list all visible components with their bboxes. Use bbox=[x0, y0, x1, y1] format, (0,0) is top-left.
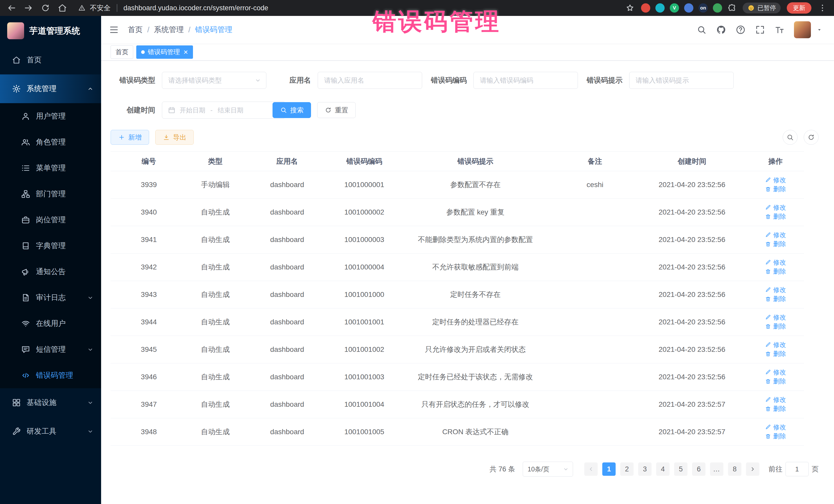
goto-page-input[interactable] bbox=[786, 462, 809, 476]
sidebar-item-dict-management[interactable]: 字典管理 bbox=[0, 233, 101, 259]
security-label[interactable]: 不安全 bbox=[90, 3, 111, 13]
url-text[interactable]: dashboard.yudao.iocoder.cn/system/error-… bbox=[124, 4, 268, 12]
sidebar-item-dev-tools[interactable]: 研发工具 bbox=[0, 417, 101, 446]
error-code-input[interactable] bbox=[474, 72, 578, 89]
sidebar-item-dept-management[interactable]: 部门管理 bbox=[0, 181, 101, 207]
page-button[interactable]: 3 bbox=[638, 462, 652, 476]
sidebar-item-user-management[interactable]: 用户管理 bbox=[0, 103, 101, 129]
view-tab[interactable]: 错误码管理 × bbox=[136, 45, 193, 59]
extension-grid-icon[interactable] bbox=[684, 3, 694, 13]
breadcrumb-item[interactable]: 系统管理 / bbox=[154, 25, 191, 35]
next-page-button[interactable] bbox=[746, 462, 759, 476]
paused-badge[interactable]: 已暂停 bbox=[743, 3, 781, 13]
close-tab-icon[interactable]: × bbox=[183, 48, 188, 56]
cell-code: 1001000002 bbox=[331, 199, 398, 226]
delete-link[interactable]: 删除 bbox=[765, 212, 786, 221]
browser-menu-icon[interactable] bbox=[817, 3, 827, 13]
export-button[interactable]: 导出 bbox=[155, 130, 194, 145]
sidebar-item-infrastructure[interactable]: 基础设施 bbox=[0, 388, 101, 417]
delete-link[interactable]: 删除 bbox=[765, 432, 786, 440]
sidebar-item-audit-log[interactable]: 审计日志 bbox=[0, 285, 101, 310]
cell-message: 只允许修改为开启或者关闭状态 bbox=[398, 336, 553, 364]
cell-create-time: 2021-04-20 23:52:56 bbox=[637, 364, 747, 391]
delete-link[interactable]: 删除 bbox=[765, 404, 786, 413]
cell-code: 1001001000 bbox=[331, 281, 398, 308]
edit-link[interactable]: 修改 bbox=[765, 341, 786, 349]
sidebar-item-sms-management[interactable]: 短信管理 bbox=[0, 336, 101, 363]
sidebar-item-role-management[interactable]: 角色管理 bbox=[0, 129, 101, 155]
extensions-puzzle-icon[interactable] bbox=[727, 3, 737, 13]
sidebar-item-system-management[interactable]: 系统管理 bbox=[0, 74, 101, 103]
prev-page-button[interactable] bbox=[584, 462, 598, 476]
edit-link[interactable]: 修改 bbox=[765, 368, 786, 376]
page-size-select[interactable]: 10条/页 bbox=[523, 462, 573, 477]
extension-vue-devtools-icon[interactable]: V bbox=[670, 3, 679, 13]
delete-link[interactable]: 删除 bbox=[765, 294, 786, 303]
extension-onetab-icon[interactable]: on bbox=[699, 3, 708, 13]
page-button[interactable]: 6 bbox=[692, 462, 705, 476]
book-icon bbox=[21, 241, 30, 250]
refresh-table-button[interactable] bbox=[804, 130, 819, 145]
edit-link[interactable]: 修改 bbox=[765, 231, 786, 239]
more-pages-button[interactable]: … bbox=[710, 462, 723, 476]
delete-link[interactable]: 删除 bbox=[765, 267, 786, 276]
browser-reload-icon[interactable] bbox=[41, 3, 50, 13]
app-logo[interactable]: 芋道管理系统 bbox=[0, 16, 101, 46]
search-button[interactable]: 搜索 bbox=[272, 102, 311, 118]
page-button[interactable]: 5 bbox=[674, 462, 687, 476]
delete-link[interactable]: 删除 bbox=[765, 322, 786, 330]
browser-update-button[interactable]: 更新 bbox=[787, 2, 811, 14]
browser-home-icon[interactable] bbox=[58, 3, 67, 13]
edit-link[interactable]: 修改 bbox=[765, 176, 786, 184]
view-tab[interactable]: 首页 bbox=[111, 45, 133, 59]
extension-red-icon[interactable] bbox=[641, 3, 650, 13]
sidebar-item-notice-announcement[interactable]: 通知公告 bbox=[0, 259, 101, 285]
error-hint-input[interactable] bbox=[629, 72, 734, 89]
page-button[interactable]: 4 bbox=[656, 462, 670, 476]
delete-link[interactable]: 删除 bbox=[765, 185, 786, 193]
cell-create-time: 2021-04-20 23:52:57 bbox=[637, 418, 747, 446]
sidebar-item-home[interactable]: 首页 bbox=[0, 46, 101, 74]
page-button[interactable]: 2 bbox=[620, 462, 634, 476]
extension-green-icon[interactable] bbox=[713, 3, 722, 13]
font-size-icon[interactable] bbox=[774, 25, 785, 35]
reset-button[interactable]: 重置 bbox=[317, 102, 356, 118]
edit-link[interactable]: 修改 bbox=[765, 258, 786, 267]
delete-link[interactable]: 删除 bbox=[765, 240, 786, 248]
delete-link[interactable]: 删除 bbox=[765, 377, 786, 386]
fullscreen-icon[interactable] bbox=[755, 25, 765, 35]
extension-teal-icon[interactable] bbox=[655, 3, 665, 13]
page-button[interactable]: 8 bbox=[728, 462, 741, 476]
browser-back-icon[interactable] bbox=[7, 3, 17, 13]
delete-link[interactable]: 删除 bbox=[765, 350, 786, 358]
date-range-picker[interactable]: 开始日期 - 结束日期 bbox=[162, 102, 285, 118]
breadcrumb-item[interactable]: 首页 / bbox=[128, 25, 149, 35]
sidebar-toggle-icon[interactable] bbox=[109, 25, 119, 35]
breadcrumb-item[interactable]: 错误码管理 bbox=[195, 25, 232, 35]
browser-forward-icon[interactable] bbox=[24, 3, 34, 13]
edit-link[interactable]: 修改 bbox=[765, 395, 786, 404]
sidebar-item-error-code-management[interactable]: 错误码管理 bbox=[0, 363, 101, 388]
edit-link[interactable]: 修改 bbox=[765, 313, 786, 322]
page-button[interactable]: 1 bbox=[602, 462, 616, 476]
edit-link[interactable]: 修改 bbox=[765, 286, 786, 294]
sidebar-item-menu-management[interactable]: 菜单管理 bbox=[0, 155, 101, 181]
error-type-select[interactable]: 请选择错误码类型 bbox=[162, 72, 266, 89]
header-search-icon[interactable] bbox=[697, 25, 707, 35]
chevron-left-icon bbox=[588, 466, 594, 473]
app-name-input[interactable] bbox=[318, 72, 422, 89]
edit-link[interactable]: 修改 bbox=[765, 423, 786, 431]
avatar-caret-icon[interactable] bbox=[816, 26, 823, 33]
cell-actions: 修改 删除 bbox=[747, 171, 804, 199]
sidebar-item-online-users[interactable]: 在线用户 bbox=[0, 310, 101, 336]
github-icon[interactable] bbox=[716, 25, 726, 35]
cell-code: 1001000003 bbox=[331, 226, 398, 254]
help-icon[interactable] bbox=[736, 25, 746, 35]
bookmark-star-icon[interactable] bbox=[625, 3, 635, 13]
user-avatar[interactable] bbox=[794, 21, 811, 38]
add-button[interactable]: 新增 bbox=[111, 130, 149, 145]
toggle-search-button[interactable] bbox=[783, 130, 797, 145]
sidebar-item-post-management[interactable]: 岗位管理 bbox=[0, 207, 101, 233]
address-bar[interactable]: 不安全 dashboard.yudao.iocoder.cn/system/er… bbox=[78, 3, 618, 13]
edit-link[interactable]: 修改 bbox=[765, 203, 786, 212]
